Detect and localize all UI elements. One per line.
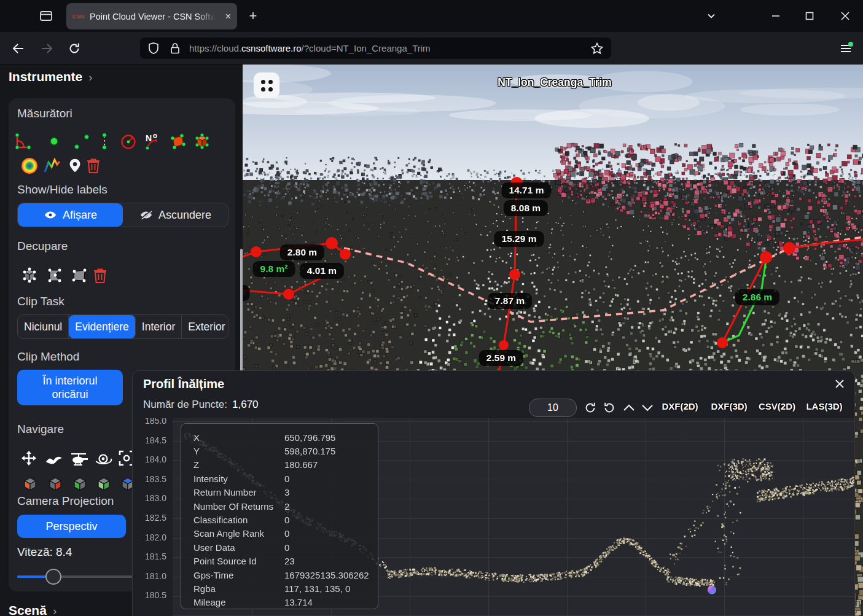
measure-point[interactable] [326, 237, 338, 249]
url-bar[interactable]: https://cloud.csnsoftware.ro/?cloud=NT_I… [140, 37, 611, 59]
labels-hide-button[interactable]: Ascundere [123, 203, 228, 227]
chevron-right-icon: › [53, 604, 57, 616]
profile-close-icon[interactable] [834, 378, 846, 391]
profile-width-input[interactable]: 10 [529, 399, 577, 417]
speed-slider-thumb[interactable] [45, 569, 61, 585]
measurement-label[interactable]: 2.86 m [735, 289, 779, 305]
page-content: Instrumente› Măsurători [0, 64, 863, 616]
rotate-ccw-icon[interactable] [602, 400, 617, 415]
measurement-label[interactable]: 7.87 m [488, 293, 532, 309]
camera-projection-active-button[interactable]: Perspectiv [17, 515, 126, 538]
forward-button[interactable] [39, 41, 55, 57]
clip-remove-trash-icon[interactable] [90, 266, 110, 286]
measure-point[interactable] [340, 249, 351, 260]
profile-chart[interactable]: 185.0184.5184.0183.5183.0182.5182.0181.5… [139, 418, 856, 616]
measure-point[interactable] [509, 269, 520, 280]
measure-line[interactable] [243, 278, 322, 294]
tab-close-icon[interactable]: × [225, 12, 231, 21]
tooltip-label: Scan Angle Rank [193, 528, 284, 539]
clip-task-option[interactable]: Exterior [182, 315, 228, 338]
measurement-label[interactable]: 9.8 m² [253, 261, 295, 277]
measure-profile-icon[interactable] [42, 156, 62, 176]
measurement-label[interactable]: 2.59 m [479, 350, 523, 366]
tooltip-row: Mileage13.714 [193, 596, 378, 609]
chevron-up-icon[interactable] [622, 400, 636, 415]
measurement-label[interactable]: 14.71 m [502, 182, 552, 198]
measure-point[interactable] [251, 246, 262, 257]
clip-task-label: Clip Task [17, 295, 64, 308]
nav-orbit-icon[interactable] [93, 450, 113, 469]
tooltip-row: Scan Angle Rank0 [193, 527, 378, 540]
y-axis-tick-label: 184.0 [139, 454, 166, 464]
window-minimize-button[interactable] [767, 7, 785, 25]
labels-show-button[interactable]: Afișare [18, 203, 123, 227]
tooltip-label: Rgba [193, 583, 284, 594]
measure-angle-icon[interactable] [12, 131, 32, 151]
nav-move-icon[interactable] [19, 448, 39, 468]
nav-cube-back-icon[interactable] [94, 474, 114, 494]
nav-cube-left-icon[interactable] [20, 474, 40, 494]
measure-point[interactable] [760, 251, 772, 263]
tooltip-label: Gps-Time [193, 570, 284, 580]
chevron-down-icon[interactable] [640, 400, 655, 415]
clip-method-active-button[interactable]: În interiorul oricărui [17, 370, 123, 405]
measure-distance-icon[interactable] [72, 131, 92, 151]
measurement-label[interactable]: 8.08 m [504, 200, 548, 216]
clip-task-option[interactable]: Evidențiere [69, 315, 136, 338]
measure-azimuth-icon[interactable]: N [142, 131, 162, 151]
back-button[interactable] [10, 41, 26, 57]
tooltip-label: Return Number [193, 487, 284, 497]
measurement-label[interactable]: 2.80 m [280, 244, 324, 260]
tooltip-value: 0 [284, 515, 289, 525]
export-button[interactable]: CSV(2D) [751, 401, 803, 411]
bookmark-star-icon[interactable] [590, 42, 604, 55]
clip-box-icon[interactable] [69, 265, 88, 285]
measurement-label[interactable]: 4.01 m [300, 263, 344, 279]
measurement-label[interactable]: 2 m [243, 285, 249, 301]
measure-volume-icon[interactable] [192, 131, 211, 151]
clip-polygon-icon[interactable] [45, 265, 64, 285]
export-button[interactable]: DXF(3D) [703, 401, 755, 411]
tooltip-label: User Data [193, 542, 284, 553]
export-button[interactable]: DXF(2D) [654, 401, 706, 411]
measure-area-icon[interactable] [167, 131, 187, 151]
sidebar-header[interactable]: Instrumente› [9, 69, 93, 84]
measure-point[interactable] [283, 289, 294, 300]
measure-heightmap-icon[interactable] [20, 156, 39, 176]
measure-point[interactable] [783, 242, 795, 254]
tab-list-chevron-icon[interactable] [702, 7, 720, 25]
measure-line[interactable] [789, 240, 863, 248]
rotate-cw-icon[interactable] [583, 400, 598, 415]
nav-cube-right-icon[interactable] [45, 474, 65, 494]
viewer-menu-button[interactable] [254, 72, 279, 98]
y-axis-tick-label: 183.0 [139, 493, 166, 503]
measure-point[interactable] [499, 340, 509, 350]
measure-height-icon[interactable] [95, 131, 114, 151]
export-button[interactable]: LAS(3D) [799, 401, 850, 411]
tooltip-row: Return Number3 [193, 486, 378, 499]
measure-point[interactable] [717, 337, 728, 348]
reload-button[interactable] [66, 41, 82, 57]
profile-panel-title: Profil Înălțime [143, 377, 224, 391]
measurement-label[interactable]: 15.29 m [494, 231, 544, 247]
shield-icon[interactable] [147, 42, 160, 55]
clip-task-option[interactable]: Niciunul [18, 315, 69, 338]
lock-icon[interactable] [170, 42, 181, 55]
new-tab-button[interactable]: + [244, 7, 262, 25]
window-maximize-button[interactable] [800, 7, 819, 25]
scene-section-header[interactable]: Scenă› [9, 603, 57, 616]
window-close-button[interactable] [836, 7, 854, 25]
tab-manager-icon[interactable] [38, 8, 54, 24]
annotation-pin-icon[interactable] [65, 156, 85, 176]
browser-tab[interactable]: CSN Point Cloud Viewer - CSN Softw × [66, 3, 237, 29]
clip-volume-icon[interactable] [19, 265, 39, 285]
app-menu-button[interactable] [838, 41, 854, 57]
measure-remove-all-trash-icon[interactable] [84, 156, 103, 176]
measure-circle-icon[interactable] [119, 131, 138, 151]
nav-cube-front-icon[interactable] [70, 474, 90, 494]
eye-icon [44, 211, 57, 219]
measure-point-icon[interactable] [44, 131, 64, 151]
nav-fly-bird-icon[interactable] [44, 450, 64, 469]
nav-helicopter-icon[interactable] [69, 450, 89, 469]
clip-task-option[interactable]: Interior [136, 315, 182, 338]
